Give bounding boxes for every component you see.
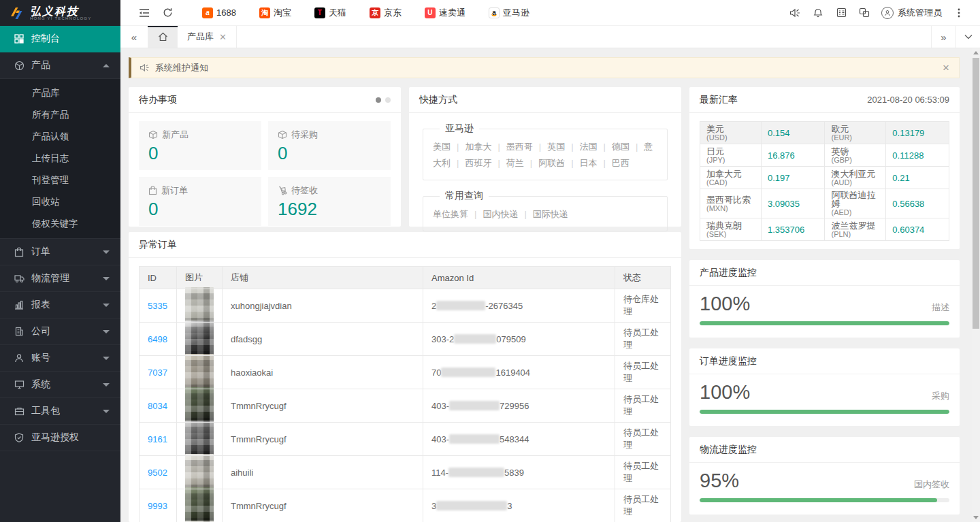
shortcut-link-de[interactable]: 德国	[598, 142, 630, 152]
table-row: 9502 aihuili 114-5839 待员工处理	[140, 456, 671, 489]
chevron-down-icon	[103, 383, 110, 387]
table-row: 7037 haoxiaokai 701619404 待员工处理	[140, 356, 671, 389]
company-icon	[14, 326, 24, 337]
redacted-blur	[436, 501, 507, 510]
sidebar-item-logistics[interactable]: 物流管理	[0, 265, 120, 292]
order-id-link[interactable]: 9502	[148, 468, 167, 478]
order-id-link[interactable]: 9993	[148, 501, 167, 511]
sidebar-subitem-infringing-keywords[interactable]: 侵权关键字	[0, 213, 120, 235]
shortcuts-card: 快捷方式 亚马逊 美国加拿大墨西哥英国法国德国意大利西班牙荷兰阿联酋日本巴西	[409, 87, 681, 227]
sidebar-item-reports[interactable]: 报表	[0, 292, 120, 319]
shortcut-link-jp[interactable]: 日本	[565, 158, 597, 168]
user-menu[interactable]: 系统管理员	[881, 7, 942, 19]
apps-icon[interactable]	[830, 0, 853, 26]
table-row: 6498 dfadsgg 303-2079509 待员工处理	[140, 323, 671, 356]
chevron-down-icon	[103, 330, 110, 333]
shortcut-link-unit-convert[interactable]: 单位换算	[433, 209, 468, 219]
tab-product-library[interactable]: 产品库 ✕	[178, 26, 237, 48]
progress-bar-fill	[700, 321, 949, 325]
tabs-menu-icon[interactable]	[956, 26, 980, 48]
home-icon	[158, 32, 168, 42]
refresh-icon[interactable]	[156, 0, 179, 26]
sidebar-subitem-product-library[interactable]: 产品库	[0, 82, 120, 104]
bell-icon[interactable]	[806, 0, 830, 26]
sidebar-subitem-recycle-bin[interactable]: 回收站	[0, 191, 120, 213]
navbar-link-amazon[interactable]: a 亚马逊	[489, 7, 529, 19]
sidebar-item-accounts[interactable]: 账号	[0, 345, 120, 372]
shortcut-link-nl[interactable]: 荷兰	[491, 158, 523, 168]
navbar-link-taobao[interactable]: 淘 淘宝	[259, 7, 291, 19]
shortcut-link-ae[interactable]: 阿联酋	[524, 158, 565, 168]
shortcut-link-uk[interactable]: 英国	[533, 142, 565, 152]
vertical-scrollbar[interactable]	[972, 48, 980, 522]
stat-to-purchase[interactable]: 待采购 0	[268, 121, 391, 170]
scrollbar-down-icon[interactable]	[972, 513, 980, 522]
navbar-link-label: 亚马逊	[503, 7, 529, 19]
amazon-id-pre: 70	[431, 368, 441, 378]
stat-to-receive[interactable]: 待签收 1692	[268, 177, 391, 226]
currency-name: 波兰兹罗提	[831, 221, 879, 230]
navbar-link-1688[interactable]: a 1688	[202, 7, 236, 18]
order-id-link[interactable]: 7037	[148, 368, 167, 378]
rate-row: 墨西哥比索(MXN) 3.09035 阿联酋迪拉姆(AED) 0.56638	[700, 189, 949, 218]
carousel-dot[interactable]	[385, 97, 391, 103]
sidebar-item-system[interactable]: 系统	[0, 372, 120, 398]
tabs-scroll-right-icon[interactable]: »	[931, 26, 956, 48]
sidebar-subitem-product-claim[interactable]: 产品认领	[0, 126, 120, 148]
sidebar-item-orders[interactable]: 订单	[0, 239, 120, 265]
shortcut-link-br[interactable]: 巴西	[598, 158, 630, 168]
sidebar-item-console[interactable]: 控制台	[0, 26, 120, 52]
sidebar-item-amazon-auth[interactable]: 亚马逊授权	[0, 425, 120, 451]
order-id-link[interactable]: 6498	[148, 334, 167, 344]
column-header-shop: 店铺	[223, 267, 423, 289]
navbar-link-tmall[interactable]: T 天猫	[314, 7, 346, 19]
status-badge: 待员工处理	[615, 423, 671, 456]
tabs-scroll-left-icon[interactable]: «	[120, 26, 148, 48]
shortcut-link-es[interactable]: 西班牙	[451, 158, 491, 168]
sidebar-item-toolbox[interactable]: 工具包	[0, 398, 120, 425]
stat-new-orders[interactable]: 新订单 0	[139, 177, 261, 226]
product-image	[185, 287, 214, 324]
currency-value: 1.353706	[768, 225, 804, 235]
progress-bar	[700, 410, 949, 414]
currency-value: 16.876	[768, 150, 795, 161]
shortcut-link-fr[interactable]: 法国	[565, 142, 597, 152]
shortcut-link-us[interactable]: 美国	[433, 142, 451, 152]
product-image	[185, 354, 214, 391]
table-header-row: ID 图片 店铺 Amazon Id 状态	[140, 267, 671, 289]
more-icon[interactable]	[947, 0, 970, 26]
sidebar-subitem-all-products[interactable]: 所有产品	[0, 104, 120, 126]
stat-new-products[interactable]: 新产品 0	[139, 121, 261, 170]
navbar-link-label: 速卖通	[439, 7, 466, 19]
main-area: a 1688 淘 淘宝 T 天猫 京 京东 U 速卖通 a 亚马逊	[120, 0, 980, 522]
collapse-icon[interactable]	[133, 0, 156, 26]
scrollbar-up-icon[interactable]	[972, 48, 980, 57]
status-badge: 待员工处理	[615, 356, 671, 389]
sidebar-item-label: 物流管理	[31, 272, 69, 284]
sidebar-subitem-upload-log[interactable]: 上传日志	[0, 148, 120, 169]
speaker-icon[interactable]	[783, 0, 806, 26]
order-icon	[14, 246, 24, 257]
shortcut-link-intl-express[interactable]: 国际快递	[518, 209, 568, 219]
sidebar-subitem-listing-mgmt[interactable]: 刊登管理	[0, 169, 120, 191]
carousel-dot-active[interactable]	[376, 97, 381, 103]
shortcut-link-domestic-express[interactable]: 国内快递	[468, 209, 518, 219]
sidebar-item-label: 控制台	[31, 33, 60, 45]
currency-name: 阿联酋迪拉姆	[831, 191, 879, 208]
currency-name: 加拿大元	[706, 169, 755, 178]
shortcut-link-mx[interactable]: 墨西哥	[491, 142, 532, 152]
order-id-link[interactable]: 9161	[148, 434, 167, 444]
exchange-icon[interactable]	[853, 0, 876, 26]
scrollbar-thumb[interactable]	[973, 58, 979, 329]
navbar-link-aliexpress[interactable]: U 速卖通	[425, 7, 466, 19]
shortcut-link-ca[interactable]: 加拿大	[451, 142, 491, 152]
close-icon[interactable]: ×	[943, 62, 949, 74]
tab-home[interactable]	[148, 26, 178, 48]
navbar-link-jd[interactable]: 京 京东	[370, 7, 402, 19]
sidebar-item-product[interactable]: 产品	[0, 52, 120, 79]
sidebar-item-company[interactable]: 公司	[0, 319, 120, 345]
order-id-link[interactable]: 5335	[148, 301, 167, 311]
order-id-link[interactable]: 8034	[148, 401, 167, 411]
shield-icon	[14, 432, 24, 443]
close-icon[interactable]: ✕	[219, 32, 227, 42]
